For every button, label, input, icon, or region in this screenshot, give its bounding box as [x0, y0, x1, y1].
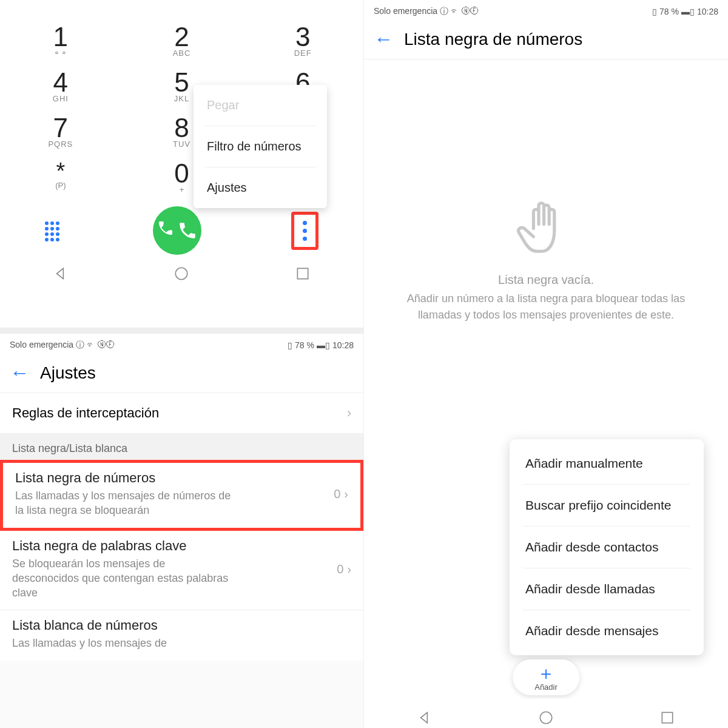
nav-recent-icon-2[interactable] [659, 710, 675, 726]
item-whitelist-numbers[interactable]: Lista blanca de números Las llamadas y l… [0, 610, 363, 660]
more-button-highlight [291, 212, 318, 250]
android-navbar-1 [0, 255, 363, 284]
carrier-text: Solo emergencia ⓘ ᯤ ⓃⒻ [10, 340, 115, 351]
menu-paste[interactable]: Pegar [204, 85, 316, 126]
svg-rect-3 [662, 712, 672, 723]
blacklist-numbers-desc: Las llamadas y los mensajes de números d… [15, 488, 234, 518]
menu-settings[interactable]: Ajustes [204, 167, 316, 208]
dialer-bottom-bar [0, 206, 363, 255]
chevron-right-icon: › [347, 405, 351, 421]
option-add-manual[interactable]: Añadir manualmente [523, 443, 690, 485]
hand-icon [513, 193, 579, 260]
empty-state: Lista negra vacía. Añadir un número a la… [364, 193, 728, 323]
right-column: Solo emergencia ⓘ ᯤ ⓃⒻ ▯78 % ▬▯ 10:28 ← … [364, 0, 728, 728]
whitelist-numbers-title: Lista blanca de números [12, 618, 167, 633]
option-search-prefix[interactable]: Buscar prefijo coincidente [523, 485, 690, 527]
back-button-2[interactable]: ← [374, 28, 393, 50]
blacklist-title: Lista negra de números [404, 30, 582, 49]
row-intercept-rules[interactable]: Reglas de interceptación › [0, 393, 363, 434]
left-column: 1⚬⚬ 2ABC 3DEF 4GHI 5JKL 6 7PQRS 8TUV 9 *… [0, 0, 364, 728]
nav-recent-icon[interactable] [295, 266, 311, 281]
svg-point-2 [540, 712, 552, 724]
back-button[interactable]: ← [10, 362, 29, 384]
statusbar: Solo emergencia ⓘ ᯤ ⓃⒻ ▯78 % ▬▯ 10:28 [0, 334, 363, 357]
option-add-calls[interactable]: Añadir desde llamadas [523, 568, 690, 610]
dialer-panel: 1⚬⚬ 2ABC 3DEF 4GHI 5JKL 6 7PQRS 8TUV 9 *… [0, 0, 363, 328]
item-blacklist-keywords[interactable]: Lista negra de palabras clave Se bloquea… [0, 531, 363, 611]
carrier-text-2: Solo emergencia ⓘ ᯤ ⓃⒻ [374, 6, 479, 17]
keypad-toggle-icon[interactable] [45, 221, 63, 240]
blacklist-keywords-desc: Se bloquearán los mensajes de desconocid… [12, 556, 231, 601]
blacklist-keywords-count: 0› [337, 562, 351, 576]
empty-desc: Añadir un número a la lista negra para b… [400, 291, 692, 323]
nav-back-icon-2[interactable] [417, 710, 433, 726]
dialer-context-menu: Pegar Filtro de números Ajustes [194, 85, 327, 208]
android-navbar-2 [364, 699, 728, 728]
key-3[interactable]: 3DEF [242, 18, 363, 64]
status-right-2: ▯78 % ▬▯ 10:28 [652, 6, 718, 17]
section-blacklist-whitelist: Lista negra/Lista blanca [0, 434, 363, 460]
settings-title: Ajustes [40, 363, 96, 383]
option-add-contacts[interactable]: Añadir desde contactos [523, 527, 690, 568]
nav-home-icon-2[interactable] [538, 710, 554, 726]
svg-point-0 [176, 268, 188, 280]
whitelist-numbers-desc: Las llamadas y los mensajes de [12, 636, 167, 650]
blacklist-keywords-title: Lista negra de palabras clave [12, 538, 231, 554]
item-blacklist-numbers[interactable]: Lista negra de números Las llamadas y lo… [0, 460, 363, 531]
add-button[interactable]: ＋ Añadir [513, 659, 579, 695]
key-1[interactable]: 1⚬⚬ [0, 18, 121, 64]
settings-header: ← Ajustes [0, 357, 363, 393]
add-button-label: Añadir [534, 682, 558, 692]
nav-home-icon[interactable] [174, 266, 189, 281]
blacklist-numbers-title: Lista negra de números [15, 470, 234, 486]
statusbar-2: Solo emergencia ⓘ ᯤ ⓃⒻ ▯78 % ▬▯ 10:28 [364, 0, 728, 23]
empty-title: Lista negra vacía. [400, 273, 692, 287]
blacklist-numbers-count: 0› [334, 487, 348, 501]
add-options-menu: Añadir manualmente Buscar prefijo coinci… [510, 439, 704, 655]
menu-filter[interactable]: Filtro de números [204, 126, 316, 167]
svg-rect-1 [297, 268, 308, 278]
call-button[interactable] [153, 206, 201, 255]
key-2[interactable]: 2ABC [121, 18, 243, 64]
blacklist-header: ← Lista negra de números [364, 23, 728, 59]
phone-icon [177, 220, 198, 241]
intercept-label: Reglas de interceptación [12, 405, 159, 421]
plus-icon: ＋ [534, 664, 558, 682]
key-star[interactable]: *(P) [0, 155, 121, 200]
option-add-messages[interactable]: Añadir desde mensajes [523, 610, 690, 652]
key-4[interactable]: 4GHI [0, 64, 121, 109]
settings-panel: Solo emergencia ⓘ ᯤ ⓃⒻ ▯78 % ▬▯ 10:28 ← … [0, 328, 363, 728]
nav-back-icon[interactable] [53, 266, 69, 281]
key-7[interactable]: 7PQRS [0, 109, 121, 155]
more-button[interactable] [303, 221, 307, 241]
status-right: ▯78 % ▬▯ 10:28 [288, 340, 354, 351]
